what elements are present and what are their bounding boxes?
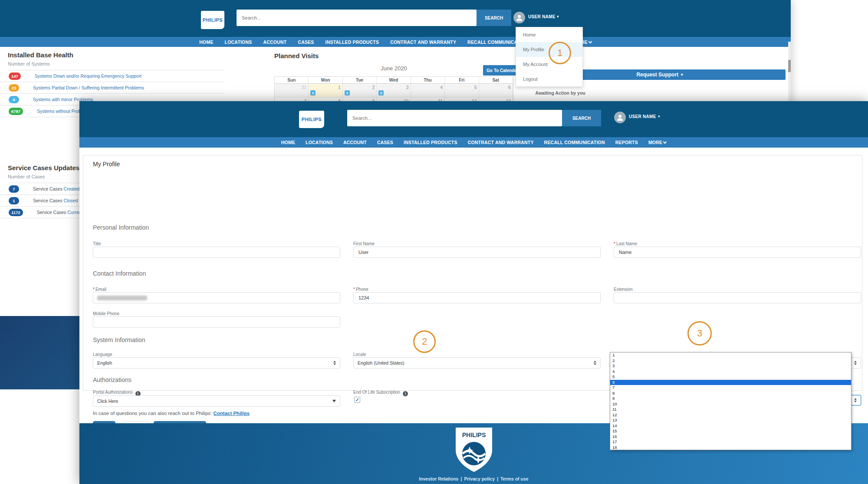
awaiting-action-tab[interactable]: Awaiting Action by you (528, 90, 593, 95)
installed-base-row-label[interactable]: Systems Partial Down / Suffering Intermi… (33, 85, 144, 90)
person-icon (516, 14, 523, 21)
option-1[interactable]: 1 (610, 352, 851, 358)
first-name-input-field[interactable] (358, 249, 596, 255)
option-18[interactable]: 18 (610, 445, 851, 451)
user-menu-item-home[interactable]: Home (516, 27, 582, 42)
last-name-input-field[interactable] (618, 249, 857, 255)
row-text: Service Cases (33, 186, 64, 191)
nav-installed-products[interactable]: INSTALLED PRODUCTS (326, 40, 379, 45)
option-7[interactable]: 7 (610, 385, 851, 391)
vertical-scrollbar[interactable] (788, 42, 791, 102)
nav-installed-products[interactable]: INSTALLED PRODUCTS (404, 140, 457, 145)
title-input[interactable] (93, 247, 340, 258)
option-16[interactable]: 16 (610, 434, 851, 440)
calendar-cell[interactable]: 4 (411, 84, 445, 98)
last-name-input[interactable] (614, 247, 861, 258)
title-input-field[interactable] (97, 249, 336, 255)
user-avatar-icon[interactable] (513, 12, 525, 23)
nav-account[interactable]: ACCOUNT (343, 140, 367, 145)
philips-logo[interactable]: PHILIPS (299, 111, 324, 128)
nav-more[interactable]: MORE (648, 140, 666, 145)
option-14[interactable]: 14 (610, 423, 851, 429)
calendar-cell[interactable]: 8 (309, 98, 342, 101)
nav-cases[interactable]: CASES (377, 140, 393, 145)
search-input-field[interactable] (352, 115, 558, 121)
calendar-cell[interactable]: 38 (377, 84, 411, 98)
option-9[interactable]: 9 (610, 396, 851, 402)
email-input[interactable] (93, 292, 340, 303)
nav-recall-communication[interactable]: RECALL COMMUNICATION (544, 140, 605, 145)
option-11[interactable]: 11 (610, 407, 851, 412)
search-input-field[interactable] (241, 15, 472, 21)
calendar-cell[interactable]: 9 (343, 98, 377, 101)
option-3[interactable]: 3 (610, 363, 851, 369)
visit-count-badge[interactable]: 8 (378, 90, 384, 95)
privacy-policy-link[interactable]: Privacy policy (464, 476, 495, 481)
nav-locations[interactable]: LOCATIONS (225, 40, 252, 45)
nav-cases[interactable]: CASES (298, 40, 314, 45)
calendar-cell[interactable]: 23 (343, 84, 377, 98)
portal-authorizations-select[interactable]: Click Here (93, 395, 340, 407)
calendar-day-header: Wed (377, 77, 411, 83)
philips-logo[interactable]: PHILIPS (201, 11, 224, 29)
option-13[interactable]: 13 (610, 418, 851, 423)
calendar-month-label: June 2020 (274, 65, 513, 72)
calendar-cell[interactable]: 10 (377, 98, 411, 101)
option-2[interactable]: 2 (610, 358, 851, 364)
extension-input[interactable] (614, 292, 861, 303)
option-12[interactable]: 12 (610, 412, 851, 418)
nav-home[interactable]: HOME (281, 140, 295, 145)
locale-select[interactable]: English (United States) (353, 357, 601, 369)
search-input[interactable] (347, 110, 562, 126)
visit-count-badge[interactable]: 3 (345, 90, 350, 95)
search-button[interactable]: SEARCH (477, 10, 511, 26)
option-4[interactable]: 4 (610, 369, 851, 375)
eol-subscription-checkbox[interactable]: ✓ (354, 397, 360, 403)
scrollbar-thumb[interactable] (788, 60, 791, 72)
phone-input-field[interactable] (358, 295, 596, 301)
installed-base-row[interactable]: 147 Systems Down and/or Requiring Emerge… (0, 70, 225, 82)
phone-input[interactable] (353, 292, 601, 303)
nav-contract-warranty[interactable]: CONTRACT AND WARRANTY (390, 40, 456, 45)
option-5[interactable]: 5 (610, 374, 851, 380)
user-menu-item-my-account[interactable]: My Account (516, 57, 582, 72)
nav-contract-warranty[interactable]: CONTRACT AND WARRANTY (468, 140, 534, 145)
row-link[interactable]: Created (64, 186, 80, 191)
language-select[interactable]: English (93, 357, 340, 369)
nav-home[interactable]: HOME (199, 40, 213, 45)
calendar-cell[interactable]: 7 (275, 98, 309, 101)
option-17[interactable]: 17 (610, 439, 851, 445)
info-icon[interactable]: i (403, 391, 408, 396)
visit-count-badge[interactable]: 6 (310, 90, 316, 95)
nav-reports[interactable]: REPORTS (615, 140, 638, 145)
row-link[interactable]: Closed (64, 198, 78, 203)
contact-philips-link[interactable]: Contact Philips (213, 411, 250, 416)
user-name-label[interactable]: USER NAME (528, 14, 556, 19)
user-menu-item-logout[interactable]: Logout (516, 72, 582, 86)
user-avatar-icon[interactable] (614, 112, 626, 123)
investor-relations-link[interactable]: Investor Relations (419, 476, 458, 481)
user-name-label[interactable]: USER NAME (629, 114, 656, 119)
terms-of-use-link[interactable]: Terms of use (500, 476, 529, 481)
installed-base-row-label[interactable]: Systems Down and/or Requiring Emergency … (35, 73, 141, 79)
nav-locations[interactable]: LOCATIONS (306, 140, 333, 145)
calendar-cell[interactable]: 5 (445, 84, 479, 98)
calendar-cell[interactable]: 11 (411, 98, 445, 101)
option-10[interactable]: 10 (610, 402, 851, 407)
calendar-cell[interactable]: 6 (479, 84, 513, 98)
calendar-cell[interactable]: 13 (479, 98, 513, 101)
extension-input-field[interactable] (618, 295, 857, 301)
option-15[interactable]: 15 (610, 428, 851, 434)
mobile-phone-input-field[interactable] (97, 319, 336, 325)
search-input[interactable] (237, 10, 477, 26)
calendar-cell[interactable]: 31 (275, 84, 309, 98)
mobile-phone-input[interactable] (93, 316, 340, 328)
option-8[interactable]: 8 (610, 391, 851, 396)
calendar-cell[interactable]: 12 (445, 98, 479, 101)
calendar-cell-today[interactable]: 16 (309, 84, 342, 98)
search-button[interactable]: SEARCH (562, 110, 601, 126)
installed-base-row[interactable]: 23 Systems Partial Down / Suffering Inte… (0, 82, 225, 94)
first-name-input[interactable] (353, 247, 601, 258)
nav-account[interactable]: ACCOUNT (263, 40, 286, 45)
option-6-selected[interactable]: 6 (610, 380, 851, 385)
